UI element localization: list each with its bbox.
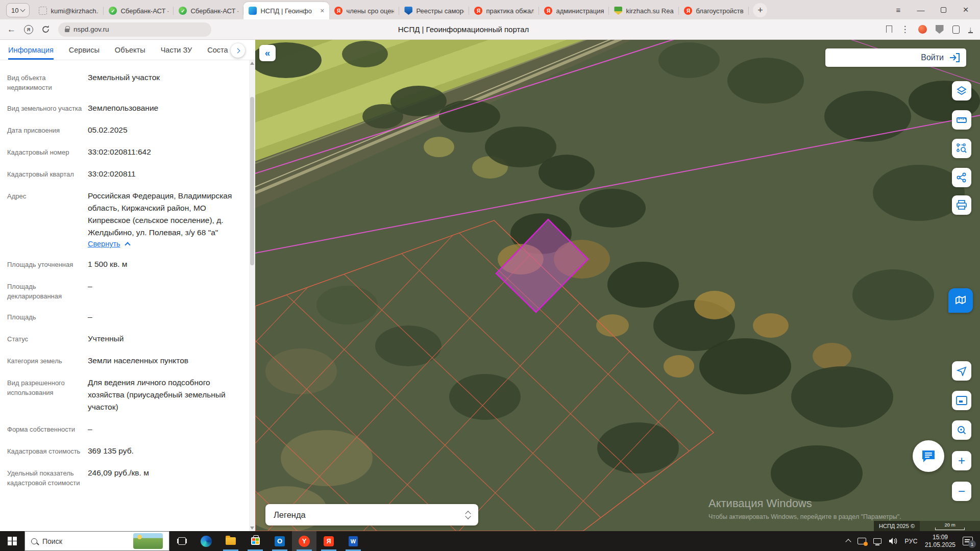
scroll-up-icon[interactable] [250,62,254,65]
yandex-browser-icon: Y [299,536,310,547]
taskbar-search[interactable]: Поиск [24,531,169,551]
tray-expand-button[interactable] [843,531,854,551]
taskbar-word[interactable]: W [341,531,365,551]
tab-sberbank-ast-1[interactable]: ✓Сбербанк-АСТ - Эл [104,2,174,19]
field-row: Удельный показатель кадастровой стоимост… [7,467,242,488]
my-location-button[interactable] [952,361,971,381]
screen: 10 kumi@kirzhach.su - ✓Сбербанк-АСТ - Эл… [0,0,980,551]
close-tab-icon[interactable]: × [320,7,324,15]
tray-volume[interactable] [885,531,901,551]
tab-chasti-zu[interactable]: Части ЗУ [161,40,192,60]
field-row: Вид разрешенного использованияДля ведени… [7,377,242,413]
field-row: Кадастровый квартал33:02:020811 [7,168,242,180]
legend-bar[interactable]: Легенда [265,504,478,525]
tab-sro[interactable]: Ячлены сро оценщи [329,2,399,19]
field-row: Площадь уточненная1 500 кв. м [7,258,242,270]
tab-blagoustroystvo[interactable]: Яблагоустройство т [679,2,749,19]
close-window-button[interactable]: × [954,0,977,19]
maximize-button[interactable] [932,0,954,19]
refresh-icon[interactable] [41,25,50,34]
field-row: Вид земельного участкаЗемлепользование [7,102,242,114]
speaker-icon [889,537,897,545]
tab-sostav[interactable]: Соста [207,40,228,60]
zoom-in-button[interactable]: + [952,451,971,470]
tab-sberbank-ast-2[interactable]: ✓Сбербанк-АСТ - Эл [174,2,243,19]
lock-icon [65,29,69,32]
login-label: Войти [921,53,944,62]
login-bar[interactable]: Войти [825,48,966,67]
taskbar-yandex-app[interactable]: Я [316,531,341,551]
legend-label: Легенда [274,510,306,520]
panel-tabs-scroll-button[interactable] [231,43,245,58]
yandex-favicon-icon: Я [684,7,692,15]
map-overlay [255,40,980,531]
action-center-button[interactable]: 1 [959,531,980,551]
share-icon [957,172,967,183]
language-indicator[interactable]: РУС [901,531,921,551]
nspd-services-button[interactable] [948,288,973,313]
url-field[interactable]: nspd.gov.ru [58,22,211,37]
download-icon[interactable]: ↓ [968,26,973,33]
tab-kumi[interactable]: kumi@kirzhach.su - [34,2,104,19]
panel-scrollbar-thumb[interactable] [250,97,254,265]
taskbar-store[interactable] [243,531,267,551]
zoom-out-button[interactable]: − [952,482,971,501]
ruler-icon [956,114,967,126]
minimap-button[interactable] [952,391,971,410]
start-button[interactable] [0,531,24,551]
collapse-address-link[interactable]: Свернуть [88,240,130,248]
field-row: Кадастровая стоимость369 135 руб. [7,445,242,457]
back-icon[interactable]: ← [7,24,16,35]
tab-obekty[interactable]: Объекты [115,40,145,60]
taskbar-yandex-browser[interactable]: Y [292,531,316,551]
search-placeholder: Поиск [42,537,128,545]
bookmark-flag-icon[interactable] [886,26,892,33]
taskbar-edge[interactable] [194,531,218,551]
browser-menu-icon[interactable]: ≡ [887,0,910,19]
new-tab-button[interactable]: + [753,3,767,17]
chat-button[interactable] [913,440,944,472]
address-bar: ← Я nspd.gov.ru НСПД | Геоинформационный… [0,19,980,40]
extension-red-icon[interactable] [918,25,927,34]
tab-counter-button[interactable]: 10 [6,3,30,17]
yandex-favicon-icon: Я [474,7,482,15]
select-objects-button[interactable] [952,139,971,158]
clock[interactable]: 15:0921.05.2025 [921,531,959,551]
tab-kirzhach[interactable]: kirzhach.su Reart - [609,2,679,19]
yandex-home-icon[interactable]: Я [24,25,33,34]
windows-taskbar: Поиск O Y Я W РУС 15:0921.05.2025 1 [0,531,980,551]
shared-tabs-icon[interactable] [952,26,960,34]
taskbar-explorer[interactable] [218,531,243,551]
tab-nspd-active[interactable]: НСПД | Геоинфо× [243,2,329,19]
browser-tab-bar: 10 kumi@kirzhach.su - ✓Сбербанк-АСТ - Эл… [0,0,980,19]
kebab-menu-icon[interactable]: ⋮ [901,24,910,35]
search-location-button[interactable] [952,420,971,440]
scroll-down-icon[interactable] [250,527,254,530]
notification-icon: 1 [963,537,973,545]
plus-icon: + [958,455,965,467]
date: 21.05.2025 [925,541,955,549]
map-canvas[interactable]: « Войти + − [255,40,980,531]
layers-button[interactable] [952,81,971,101]
system-tray: РУС 15:0921.05.2025 1 [843,531,980,551]
tray-network[interactable] [870,531,885,551]
field-row: Вид объекта недвижимостиЗемельный участо… [7,71,242,92]
taskbar-outlook[interactable]: O [267,531,292,551]
tab-praktika[interactable]: Япрактика обжалов [469,2,539,19]
print-button[interactable] [952,195,971,215]
collapse-panel-button[interactable]: « [259,45,276,61]
chevron-up-icon [846,539,851,544]
minimize-button[interactable]: — [910,0,932,19]
tab-informatsiya[interactable]: Информация [8,40,54,60]
share-button[interactable] [952,168,971,187]
tab-servisy[interactable]: Сервисы [69,40,100,60]
extension-shield-icon[interactable] [936,25,944,34]
task-view-button[interactable] [169,531,194,551]
tray-cast[interactable] [854,531,870,551]
field-row-address: Адрес Российская Федерация, Владимирская… [7,190,242,248]
login-icon [949,53,960,63]
measure-button[interactable] [952,110,971,130]
tab-reestry[interactable]: Реестры саморегу [399,2,469,19]
tab-administratsiya[interactable]: Яадминистрация ки [539,2,609,19]
bing-daily-image[interactable] [133,533,163,549]
